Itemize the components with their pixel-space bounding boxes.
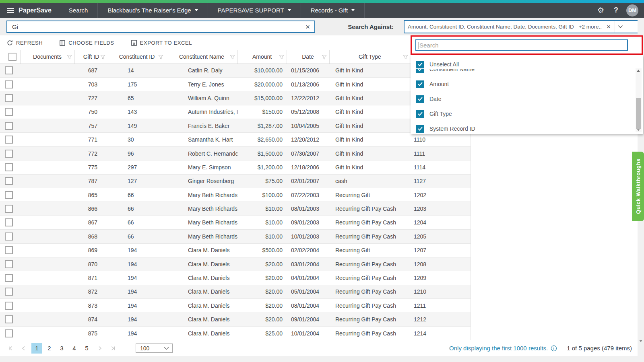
field-option-gift-type[interactable]: Gift Type: [416, 109, 643, 119]
row-checkbox[interactable]: [5, 136, 13, 144]
scrollbar-up-arrow-icon[interactable]: [637, 70, 640, 72]
scrollbar-down-arrow-icon[interactable]: [639, 340, 642, 344]
results-limit-note[interactable]: Only displaying the first 1000 results.: [449, 345, 557, 352]
page-size-select[interactable]: 100: [136, 343, 173, 353]
next-page-button[interactable]: [95, 343, 105, 354]
table-row[interactable]: 703175Terry E. Jones$20,000.0001/13/2006…: [0, 77, 471, 91]
row-checkbox[interactable]: [5, 260, 13, 268]
field-option-amount[interactable]: Amount: [416, 79, 643, 89]
settings-gear-icon[interactable]: ⚙: [592, 3, 609, 18]
horizontal-scrollbar-track[interactable]: [0, 356, 644, 362]
nav-support-dropdown[interactable]: PAPERSAVE SUPPORT: [208, 3, 301, 18]
table-row[interactable]: 86866Mary Beth Richardson$10.0010/01/200…: [0, 230, 471, 243]
checkbox-checked-icon[interactable]: [416, 125, 424, 133]
table-row[interactable]: 68714Catlin R. Daly$10,000.0001/15/2006G…: [0, 64, 471, 77]
dropdown-search-input[interactable]: [415, 39, 628, 51]
table-row[interactable]: 86666Mary Beth Richardson$10.0008/01/200…: [0, 202, 471, 216]
checkbox-checked-icon[interactable]: [416, 61, 424, 68]
row-checkbox[interactable]: [5, 163, 13, 171]
filter-icon[interactable]: [279, 55, 284, 60]
row-checkbox[interactable]: [5, 302, 13, 310]
col-header-gift-id[interactable]: Gift ID: [74, 50, 108, 64]
filter-icon[interactable]: [230, 55, 235, 60]
table-row[interactable]: 757149Francis E. Baker$1,287.0010/04/200…: [0, 119, 471, 133]
table-row[interactable]: 77130Samantha K. Hart$2,650.0012/20/2012…: [0, 133, 471, 146]
export-excel-button[interactable]: EXPORT TO EXCEL: [131, 40, 192, 46]
field-option-constituent-name[interactable]: Constituent Name: [416, 69, 643, 74]
row-checkbox[interactable]: [5, 329, 13, 337]
table-row[interactable]: 873194Clara M. Daniels$20.0008/01/2004Re…: [0, 299, 471, 313]
info-icon[interactable]: [551, 345, 557, 352]
table-row[interactable]: 787127Ginger Rosenberg$75.0002/01/2007ca…: [0, 174, 471, 188]
table-row[interactable]: 874194Clara M. Daniels$20.0009/01/2004Re…: [0, 313, 471, 326]
field-option-system-record-id[interactable]: System Record ID: [416, 124, 643, 134]
table-row[interactable]: 870194Clara M. Daniels$20.0003/01/2004Re…: [0, 257, 471, 271]
filter-icon[interactable]: [67, 55, 72, 60]
search-against-combo[interactable]: Amount, Constituent ID, Constituent Name…: [404, 20, 643, 33]
filter-icon[interactable]: [403, 55, 408, 60]
row-checkbox[interactable]: [5, 66, 13, 74]
checkbox-checked-icon[interactable]: [416, 69, 424, 73]
page-button-4[interactable]: 4: [69, 343, 80, 354]
filter-icon[interactable]: [158, 55, 163, 60]
checkbox-checked-icon[interactable]: [416, 80, 424, 88]
prev-page-button[interactable]: [19, 343, 29, 354]
scrollbar-thumb[interactable]: [636, 98, 641, 129]
checkbox-checked-icon[interactable]: [416, 110, 424, 118]
row-checkbox[interactable]: [5, 80, 13, 88]
table-row[interactable]: 750143Autumn Industries, Inc.$150.0005/1…: [0, 105, 471, 119]
col-header-date[interactable]: Date: [287, 50, 329, 64]
col-header-constituent-id[interactable]: Constituent ID: [108, 50, 166, 64]
first-page-button[interactable]: [6, 343, 16, 354]
checkbox-checked-icon[interactable]: [416, 95, 424, 103]
select-all-checkbox[interactable]: [8, 53, 17, 61]
table-row[interactable]: 872194Clara M. Daniels$20.0005/01/2004Re…: [0, 285, 471, 298]
row-checkbox[interactable]: [5, 218, 13, 226]
table-row[interactable]: 86766Mary Beth Richardson$10.0009/01/200…: [0, 216, 471, 229]
page-button-3[interactable]: 3: [56, 343, 67, 354]
row-checkbox[interactable]: [5, 94, 13, 102]
nav-source-dropdown[interactable]: Blackbaud's The Raiser's Edge: [98, 3, 208, 18]
refresh-button[interactable]: REFRESH: [7, 40, 43, 46]
col-header-constituent-name[interactable]: Constituent Name: [166, 50, 237, 64]
row-checkbox[interactable]: [5, 205, 13, 213]
page-button-1[interactable]: 1: [31, 343, 42, 354]
help-icon[interactable]: ?: [609, 3, 623, 18]
row-checkbox[interactable]: [5, 150, 13, 158]
combo-chevron-down-icon[interactable]: [615, 21, 626, 33]
row-checkbox[interactable]: [5, 191, 13, 199]
table-row[interactable]: 77296Robert C. Hernandez$1,500.0007/30/2…: [0, 146, 471, 160]
menu-icon[interactable]: [7, 8, 14, 13]
field-option-date[interactable]: Date: [416, 94, 643, 104]
row-checkbox[interactable]: [5, 108, 13, 116]
field-option-unselect-all[interactable]: Unselect All: [416, 55, 643, 69]
dropdown-scrollbar[interactable]: [636, 68, 642, 132]
col-header-documents[interactable]: Documents: [20, 50, 74, 64]
row-checkbox[interactable]: [5, 122, 13, 130]
row-checkbox[interactable]: [5, 177, 13, 185]
filter-icon[interactable]: [100, 55, 105, 60]
row-checkbox[interactable]: [5, 232, 13, 241]
scrollbar-down-arrow-icon[interactable]: [637, 129, 640, 131]
nav-records-dropdown[interactable]: Records - Gift: [301, 3, 365, 18]
search-input[interactable]: [7, 21, 314, 32]
row-checkbox[interactable]: [5, 246, 13, 254]
col-header-amount[interactable]: Amount: [237, 50, 287, 64]
table-row[interactable]: 871194Clara M. Daniels$20.0004/01/2004Re…: [0, 271, 471, 285]
app-home[interactable]: PaperSave: [0, 3, 59, 18]
table-row[interactable]: 86566Mary Beth Richardson$100.0007/22/20…: [0, 188, 471, 202]
table-row[interactable]: 72765William A. Quinn$15,000.0012/22/201…: [0, 91, 471, 105]
row-checkbox[interactable]: [5, 315, 13, 323]
last-page-button[interactable]: [107, 343, 118, 354]
page-button-2[interactable]: 2: [44, 343, 55, 354]
choose-fields-button[interactable]: CHOOSE FIELDS: [60, 40, 114, 46]
page-button-5[interactable]: 5: [81, 343, 92, 354]
row-checkbox[interactable]: [5, 274, 13, 282]
table-row[interactable]: 875194Clara M. Daniels$25.0010/01/2004Re…: [0, 326, 471, 340]
row-checkbox[interactable]: [5, 288, 13, 296]
clear-search-icon[interactable]: ×: [305, 22, 310, 32]
select-all-header[interactable]: [0, 50, 20, 64]
quick-walkthroughs-tab[interactable]: Quick Walkthroughs: [632, 152, 644, 221]
avatar[interactable]: DM: [626, 4, 638, 16]
col-header-gift-type[interactable]: Gift Type: [329, 50, 411, 64]
